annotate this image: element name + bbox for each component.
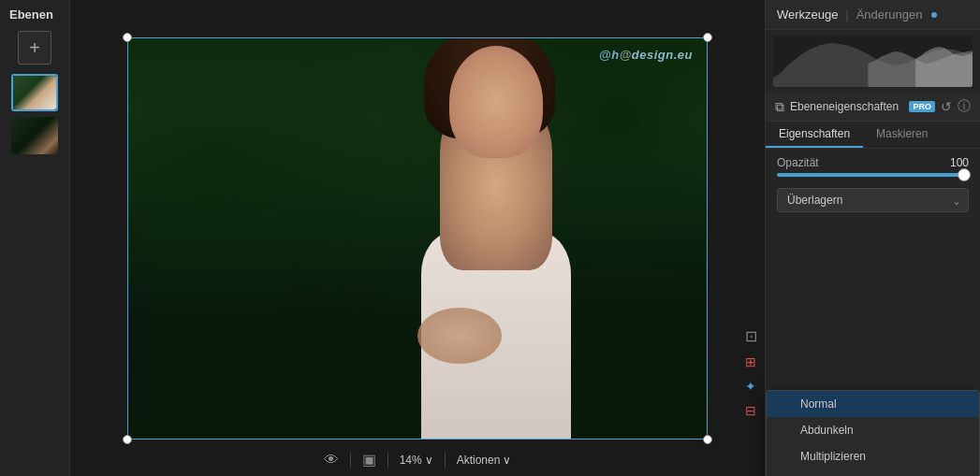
- canvas-area: @h@design.eu 👁 ▣ 14% ∨ Aktionen ∨: [70, 0, 765, 476]
- aktionen-button[interactable]: Aktionen ∨: [457, 454, 512, 467]
- blend-mode-select[interactable]: Überlagern: [777, 188, 969, 212]
- grid-red-icon[interactable]: ⊟: [745, 403, 757, 418]
- aktionen-chevron: ∨: [503, 454, 511, 467]
- dropdown-item-normal[interactable]: Normal: [767, 391, 979, 417]
- sparkle-icon[interactable]: ✦: [745, 379, 757, 394]
- histogram-chart: [773, 36, 973, 87]
- bottom-toolbar: 👁 ▣ 14% ∨ Aktionen ∨: [70, 451, 765, 469]
- right-panel: Werkzeuge | Änderungen ⧉ Ebeneneigenscha…: [765, 0, 980, 476]
- dropdown-item-normal-label: Normal: [800, 397, 951, 411]
- handle-bottom-right[interactable]: [703, 435, 712, 444]
- grid-icon[interactable]: ⊞: [745, 354, 757, 369]
- watermark-at: @h: [599, 48, 620, 62]
- dropdown-item-multiplizieren[interactable]: Multiplizieren: [767, 443, 979, 469]
- zoom-level: 14%: [400, 454, 422, 467]
- opacity-slider[interactable]: [777, 173, 969, 177]
- properties-tabs: Eigenschaften Maskieren: [766, 122, 980, 149]
- info-button[interactable]: ⓘ: [958, 98, 971, 115]
- watermark-design: design.eu: [632, 48, 693, 62]
- tab-werkzeuge[interactable]: Werkzeuge: [777, 7, 839, 22]
- toolbar-sep-1: [350, 453, 351, 468]
- tab-separator: |: [846, 8, 849, 22]
- opacity-label: Opazität: [777, 156, 943, 169]
- handle-top-right[interactable]: [703, 33, 712, 42]
- undo-button[interactable]: ↺: [941, 99, 952, 114]
- photo-hand: [417, 308, 502, 364]
- dropdown-item-farbig[interactable]: Farbig nachbelichten: [767, 469, 979, 476]
- opacity-value: 100: [950, 156, 969, 169]
- image-frame: @h@design.eu: [127, 37, 708, 440]
- zoom-chevron: ∨: [425, 454, 433, 467]
- blend-mode-container: Überlagern ⌄ Normal Abdunkeln Multiplizi…: [766, 184, 980, 218]
- opacity-slider-container: [766, 173, 980, 184]
- person-silhouette: [365, 83, 627, 439]
- tab-maskieren[interactable]: Maskieren: [863, 122, 941, 148]
- opacity-row: Opazität 100: [766, 149, 980, 173]
- image-container[interactable]: @h@design.eu: [127, 37, 708, 440]
- blend-mode-dropdown: Normal Abdunkeln Multiplizieren Farbig n…: [766, 390, 980, 476]
- eye-icon[interactable]: 👁: [324, 452, 339, 469]
- blend-mode-current: Überlagern: [787, 194, 842, 207]
- side-tool-icons: ⊡ ⊞ ✦ ⊟: [745, 327, 757, 418]
- pro-badge: PRO: [909, 101, 935, 112]
- notification-dot: [931, 12, 937, 18]
- opacity-slider-thumb[interactable]: [958, 168, 971, 181]
- handle-bottom-left[interactable]: [123, 435, 132, 444]
- layer-thumbnail-1[interactable]: [11, 74, 58, 111]
- layer-props-header: ⧉ Ebeneneigenschaften PRO ↺ ⓘ: [766, 93, 980, 122]
- zoom-control[interactable]: 14% ∨: [400, 454, 433, 467]
- add-layer-button[interactable]: +: [18, 31, 51, 65]
- layers-icon: ⧉: [775, 99, 784, 115]
- tab-aenderungen[interactable]: Änderungen: [856, 7, 923, 22]
- watermark: @h@design.eu: [599, 48, 693, 62]
- layer-props-title: Ebeneneigenschaften: [790, 100, 903, 113]
- frame-icon[interactable]: ▣: [362, 451, 376, 469]
- right-header: Werkzeuge | Änderungen: [766, 0, 980, 30]
- tab-eigenschaften[interactable]: Eigenschaften: [766, 122, 863, 148]
- layer-thumbnail-2[interactable]: [11, 117, 58, 154]
- histogram-area: [773, 36, 973, 87]
- crop-tool-icon[interactable]: ⊡: [745, 327, 757, 345]
- dropdown-item-abdunkeln[interactable]: Abdunkeln: [767, 417, 979, 443]
- toolbar-sep-3: [445, 453, 446, 468]
- layers-panel: Ebenen +: [0, 0, 70, 476]
- aktionen-label: Aktionen: [457, 454, 501, 467]
- toolbar-sep-2: [388, 453, 388, 468]
- handle-top-left[interactable]: [123, 33, 132, 42]
- panel-title: Ebenen: [0, 7, 53, 22]
